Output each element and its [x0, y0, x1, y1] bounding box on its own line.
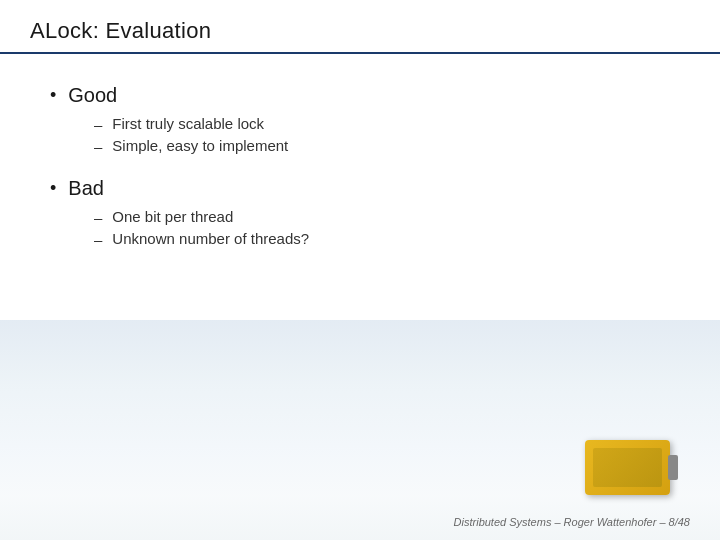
good-sub-bullet-2: – Simple, easy to implement [94, 137, 670, 155]
bad-sub-text-2: Unknown number of threads? [112, 230, 309, 247]
device-illustration [585, 440, 675, 505]
slide-content: • Good – First truly scalable lock – Sim… [0, 54, 720, 290]
good-bullet-dot: • [50, 85, 56, 106]
bad-dash-2: – [94, 231, 102, 248]
good-sub-text-2: Simple, easy to implement [112, 137, 288, 154]
device-detail [593, 448, 662, 487]
good-section: • Good – First truly scalable lock – Sim… [50, 84, 670, 155]
footer-text: Distributed Systems – Roger Wattenhofer … [454, 516, 690, 528]
device-body [585, 440, 670, 495]
bad-dash-1: – [94, 209, 102, 226]
slide-title: ALock: Evaluation [30, 18, 690, 44]
bad-sub-bullet-1: – One bit per thread [94, 208, 670, 226]
bad-label: Bad [68, 177, 104, 200]
slide: ALock: Evaluation • Good – First truly s… [0, 0, 720, 540]
bad-sub-bullets: – One bit per thread – Unknown number of… [94, 208, 670, 248]
good-sub-bullets: – First truly scalable lock – Simple, ea… [94, 115, 670, 155]
good-dash-2: – [94, 138, 102, 155]
bad-bullet-dot: • [50, 178, 56, 199]
good-dash-1: – [94, 116, 102, 133]
good-label: Good [68, 84, 117, 107]
bad-section: • Bad – One bit per thread – Unknown num… [50, 177, 670, 248]
bad-bullet-main: • Bad [50, 177, 670, 200]
good-sub-text-1: First truly scalable lock [112, 115, 264, 132]
bad-sub-bullet-2: – Unknown number of threads? [94, 230, 670, 248]
slide-footer: Distributed Systems – Roger Wattenhofer … [0, 516, 720, 528]
background-scene [0, 320, 720, 540]
good-bullet-main: • Good [50, 84, 670, 107]
good-sub-bullet-1: – First truly scalable lock [94, 115, 670, 133]
device-connector [668, 455, 678, 480]
slide-header: ALock: Evaluation [0, 0, 720, 54]
bad-sub-text-1: One bit per thread [112, 208, 233, 225]
